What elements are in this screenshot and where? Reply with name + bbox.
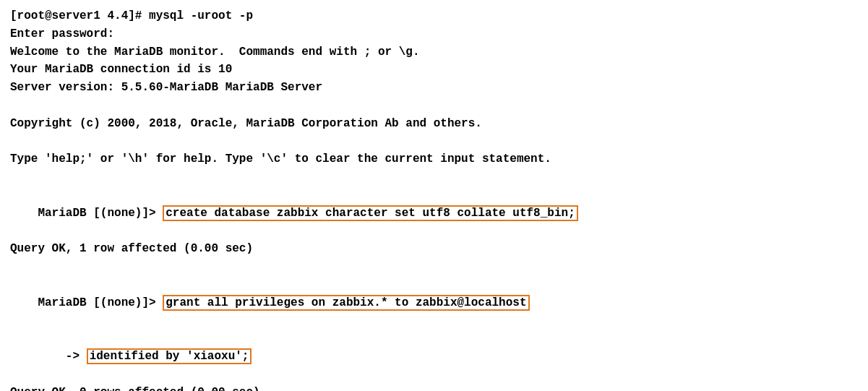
- line-enter-password: Enter password:: [10, 25, 858, 43]
- line-identified-prefix: ->: [38, 350, 86, 363]
- line-server-version: Server version: 5.5.60-MariaDB MariaDB S…: [10, 79, 858, 97]
- line-query-ok-2: Query OK, 0 rows affected (0.00 sec): [10, 384, 858, 391]
- line-grant-prefix: MariaDB [(none)]>: [38, 296, 163, 309]
- terminal-window: [root@server1 4.4]# mysql -uroot -p Ente…: [10, 7, 858, 391]
- line-empty-1: [10, 97, 858, 115]
- line-copyright: Copyright (c) 2000, 2018, Oracle, MariaD…: [10, 115, 858, 133]
- line-connection-id: Your MariaDB connection id is 10: [10, 61, 858, 79]
- line-prompt-mysql: [root@server1 4.4]# mysql -uroot -p: [10, 7, 858, 25]
- line-create-db-cmd: create database zabbix character set utf…: [163, 205, 578, 221]
- line-identified-cmd: identified by 'xiaoxu';: [87, 348, 252, 364]
- line-empty-3: [10, 168, 858, 186]
- line-empty-4: [10, 258, 858, 276]
- line-grant: MariaDB [(none)]> grant all privileges o…: [10, 276, 858, 330]
- line-help-hint: Type 'help;' or '\h' for help. Type '\c'…: [10, 150, 858, 168]
- line-query-ok-1: Query OK, 1 row affected (0.00 sec): [10, 240, 858, 258]
- line-create-db: MariaDB [(none)]> create database zabbix…: [10, 186, 858, 240]
- line-welcome: Welcome to the MariaDB monitor. Commands…: [10, 43, 858, 61]
- line-identified: -> identified by 'xiaoxu';: [10, 330, 858, 383]
- line-empty-2: [10, 133, 858, 151]
- line-create-db-prefix: MariaDB [(none)]>: [38, 207, 163, 220]
- line-grant-cmd: grant all privileges on zabbix.* to zabb…: [163, 295, 529, 311]
